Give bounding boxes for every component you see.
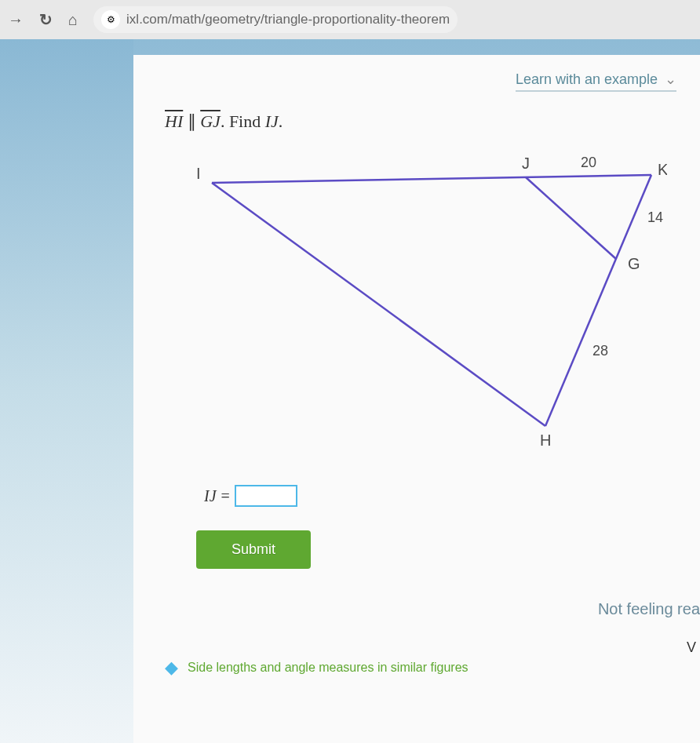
- not-feeling-ready[interactable]: Not feeling rea: [165, 600, 700, 618]
- learn-example-link[interactable]: Learn with an example ⌄: [516, 71, 676, 92]
- url-text: ixl.com/math/geometry/triangle-proportio…: [126, 12, 450, 27]
- submit-button[interactable]: Submit: [196, 530, 311, 569]
- vertex-i: I: [196, 165, 201, 182]
- period: .: [279, 111, 283, 131]
- vertex-h: H: [540, 432, 551, 449]
- vertex-j: J: [522, 155, 530, 172]
- line-ik: [212, 175, 651, 183]
- related-skill-link[interactable]: Side lengths and angle measures in simil…: [188, 661, 468, 675]
- learn-example-label: Learn with an example: [516, 71, 658, 87]
- forward-icon[interactable]: →: [8, 11, 24, 29]
- line-kh: [545, 175, 651, 426]
- vertex-k: K: [658, 161, 667, 178]
- browser-toolbar: → ↻ ⌂ ⚙ ixl.com/math/geometry/triangle-p…: [0, 0, 700, 39]
- answer-label: IJ: [204, 487, 217, 505]
- target-segment: IJ: [265, 111, 279, 131]
- equals-sign: =: [221, 487, 230, 505]
- diamond-icon: ◆: [165, 657, 178, 678]
- problem-statement: HI ∥ GJ. Find IJ.: [165, 111, 700, 132]
- reload-icon[interactable]: ↻: [39, 10, 53, 29]
- url-bar[interactable]: ⚙ ixl.com/math/geometry/triangle-proport…: [93, 6, 458, 33]
- answer-row: IJ =: [204, 485, 700, 507]
- chevron-down-icon: ⌄: [665, 71, 676, 87]
- side-gh: 28: [592, 343, 608, 359]
- site-settings-icon[interactable]: ⚙: [101, 10, 120, 29]
- vertex-g: G: [628, 255, 640, 272]
- side-kg: 14: [647, 209, 663, 225]
- left-background: [0, 39, 133, 743]
- segment-hi: HI: [165, 111, 183, 131]
- related-link-row: ◆ Side lengths and angle measures in sim…: [165, 657, 700, 678]
- answer-input[interactable]: [235, 485, 297, 507]
- line-jg: [526, 177, 616, 259]
- truncated-char: V: [687, 639, 696, 656]
- triangle-diagram: I J K G H 20 14 28: [165, 151, 667, 465]
- parallel-symbol: ∥: [188, 111, 196, 131]
- segment-gj: GJ: [200, 111, 221, 131]
- side-jk: 20: [581, 155, 596, 170]
- home-icon[interactable]: ⌂: [68, 11, 78, 29]
- instruction-text: . Find: [221, 111, 265, 131]
- problem-panel: Learn with an example ⌄ HI ∥ GJ. Find IJ…: [133, 55, 700, 743]
- learn-example-row: Learn with an example ⌄: [165, 71, 700, 88]
- line-hi: [212, 183, 545, 426]
- diagram-svg: I J K G H 20 14 28: [165, 151, 667, 465]
